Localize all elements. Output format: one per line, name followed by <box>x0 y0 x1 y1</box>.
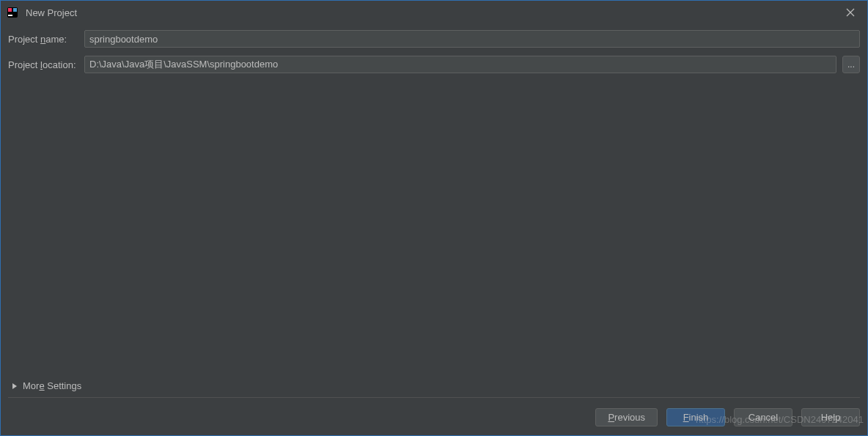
project-location-row: Project location: ... <box>8 56 860 73</box>
close-icon <box>846 8 855 17</box>
close-button[interactable] <box>839 1 861 23</box>
project-location-label: Project location: <box>8 59 84 70</box>
svg-rect-1 <box>8 8 12 12</box>
project-location-input[interactable] <box>84 56 836 73</box>
window-title: New Project <box>26 7 839 18</box>
dialog-content: Project name: Project location: ... More… <box>1 24 867 435</box>
titlebar: New Project <box>1 1 867 24</box>
finish-button[interactable]: Finish <box>666 408 725 426</box>
svg-rect-3 <box>8 15 12 16</box>
app-icon <box>7 7 18 18</box>
project-name-row: Project name: <box>8 30 860 48</box>
more-settings-label: More Settings <box>23 380 81 391</box>
project-name-label: Project name: <box>8 34 84 45</box>
expand-icon <box>12 383 17 389</box>
help-button[interactable]: Help <box>801 408 860 426</box>
more-settings-toggle[interactable]: More Settings <box>8 377 860 398</box>
browse-button[interactable]: ... <box>842 56 860 73</box>
svg-rect-2 <box>13 8 17 12</box>
project-name-input[interactable] <box>84 30 860 48</box>
previous-button[interactable]: Previous <box>595 408 658 426</box>
button-row: Previous Finish Cancel Help <box>8 408 860 429</box>
cancel-button[interactable]: Cancel <box>734 408 792 426</box>
spacer <box>8 81 860 377</box>
